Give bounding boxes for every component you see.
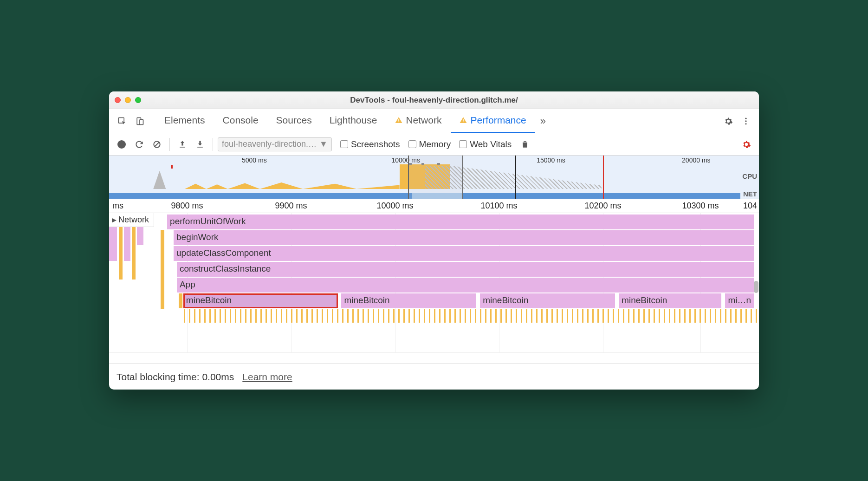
trash-icon[interactable] xyxy=(517,136,533,153)
tick-strip xyxy=(184,309,759,323)
download-profile-icon[interactable] xyxy=(192,136,208,153)
flame-bar-minebitcoin-highlighted[interactable]: mineBitcoin xyxy=(183,293,338,308)
flame-label: App xyxy=(180,280,195,289)
checkbox-label-text: Memory xyxy=(419,139,451,150)
checkbox-icon xyxy=(459,140,467,148)
flame-label: mineBitcoin xyxy=(344,295,389,305)
select-value: foul-heavenly-direction.… xyxy=(222,139,317,149)
ruler-tick: ms xyxy=(112,201,123,211)
tab-performance[interactable]: Performance xyxy=(451,109,534,133)
network-section-header[interactable]: ▶ Network xyxy=(109,213,154,227)
flame-label: mi…n xyxy=(728,295,751,305)
web-vitals-checkbox[interactable]: Web Vitals xyxy=(459,139,512,150)
warning-icon xyxy=(459,116,467,124)
flame-bar-minebitcoin[interactable]: mineBitcoin xyxy=(619,293,722,308)
tab-label: Console xyxy=(223,115,259,126)
flame-label: mineBitcoin xyxy=(186,295,232,305)
memory-checkbox[interactable]: Memory xyxy=(408,139,451,150)
device-toolbar-icon[interactable] xyxy=(131,113,148,130)
flame-bar-constructclassinstance[interactable]: constructClassInstance xyxy=(177,262,754,277)
more-tabs-chevron-icon[interactable]: » xyxy=(536,115,551,127)
flame-label: performUnitOfWork xyxy=(170,216,246,226)
flame-label: mineBitcoin xyxy=(622,295,667,305)
footer-bar: Total blocking time: 0.00ms Learn more xyxy=(109,364,759,390)
flame-bar-app[interactable]: App xyxy=(177,278,754,292)
kebab-menu-icon[interactable] xyxy=(738,113,754,130)
net-label: NET xyxy=(743,190,757,198)
settings-gear-icon[interactable] xyxy=(720,113,737,130)
ruler-tick: 9900 ms xyxy=(275,201,307,211)
ruler-tick: 10200 ms xyxy=(584,201,621,211)
spacer-row xyxy=(109,352,759,364)
tab-label: Sources xyxy=(276,115,312,126)
marker-line xyxy=(603,156,604,199)
record-button[interactable] xyxy=(114,136,130,153)
marker-line xyxy=(171,165,173,169)
ruler-tick: 10300 ms xyxy=(682,201,719,211)
warning-icon xyxy=(395,116,403,124)
separator xyxy=(213,138,213,151)
clear-button[interactable] xyxy=(149,136,165,153)
flame-rows: performUnitOfWork beginWork updateClassC… xyxy=(109,214,754,309)
inspect-element-icon[interactable] xyxy=(114,113,130,130)
tab-network[interactable]: Network xyxy=(386,109,450,133)
svg-rect-3 xyxy=(399,119,400,121)
blocking-time-text: Total blocking time: 0.00ms xyxy=(117,371,234,383)
svg-point-8 xyxy=(745,120,746,122)
svg-rect-4 xyxy=(399,122,400,123)
dropdown-chevron-icon: ▼ xyxy=(319,139,328,149)
flame-label: constructClassInstance xyxy=(180,264,271,273)
flame-label: beginWork xyxy=(176,232,218,242)
reload-button[interactable] xyxy=(131,136,147,153)
svg-rect-12 xyxy=(180,147,185,148)
learn-more-link[interactable]: Learn more xyxy=(242,371,292,383)
checkbox-icon xyxy=(408,140,416,148)
tab-label: Lighthouse xyxy=(330,115,377,126)
upload-profile-icon[interactable] xyxy=(175,136,190,153)
disclosure-triangle-icon: ▶ xyxy=(112,216,117,223)
separator xyxy=(152,115,152,128)
main-tabbar: Elements Console Sources Lighthouse Netw… xyxy=(109,109,759,133)
flame-label: updateClassComponent xyxy=(176,248,271,258)
tab-lighthouse[interactable]: Lighthouse xyxy=(321,109,386,133)
checkbox-label-text: Web Vitals xyxy=(470,139,512,150)
cpu-label: CPU xyxy=(742,172,757,180)
flame-bar-beginwork[interactable]: beginWork xyxy=(174,230,754,245)
titlebar: DevTools - foul-heavenly-direction.glitc… xyxy=(109,91,759,109)
svg-rect-2 xyxy=(140,119,143,124)
devtools-window: DevTools - foul-heavenly-direction.glitc… xyxy=(109,91,759,390)
tab-elements[interactable]: Elements xyxy=(156,109,214,133)
tab-label: Elements xyxy=(164,115,205,126)
ruler-tick: 10100 ms xyxy=(480,201,517,211)
tab-label: Performance xyxy=(470,115,526,126)
flame-chart[interactable]: ▶ Network performUnitOfWork beginWork up… xyxy=(109,213,759,352)
section-label: Network xyxy=(118,215,149,225)
checkbox-icon xyxy=(340,140,348,148)
svg-rect-5 xyxy=(463,119,464,121)
performance-toolbar: foul-heavenly-direction.… ▼ Screenshots … xyxy=(109,133,759,156)
tab-label: Network xyxy=(406,115,441,126)
capture-settings-gear-icon[interactable] xyxy=(738,136,754,153)
svg-rect-13 xyxy=(197,147,203,148)
flame-label: mineBitcoin xyxy=(483,295,528,305)
svg-rect-6 xyxy=(463,122,464,123)
scrollbar-thumb[interactable] xyxy=(754,281,758,293)
marker-line xyxy=(515,156,516,199)
flame-bar-minebitcoin-truncated[interactable]: mi…n xyxy=(725,293,754,308)
tab-sources[interactable]: Sources xyxy=(268,109,320,133)
ruler-tick: 10000 ms xyxy=(376,201,413,211)
overview-selection[interactable] xyxy=(408,156,463,199)
timeline-ruler[interactable]: ms 9800 ms 9900 ms 10000 ms 10100 ms 102… xyxy=(109,199,759,213)
profile-select[interactable]: foul-heavenly-direction.… ▼ xyxy=(218,137,332,151)
svg-point-9 xyxy=(745,123,746,124)
flame-bar-performunitofwork[interactable]: performUnitOfWork xyxy=(167,214,754,229)
tab-console[interactable]: Console xyxy=(214,109,267,133)
flame-bar-minebitcoin[interactable]: mineBitcoin xyxy=(341,293,477,308)
flame-bar-minebitcoin[interactable]: mineBitcoin xyxy=(480,293,615,308)
screenshots-checkbox[interactable]: Screenshots xyxy=(340,139,400,150)
flame-bar-updateclasscomponent[interactable]: updateClassComponent xyxy=(174,246,754,261)
ruler-tick: 9800 ms xyxy=(171,201,203,211)
svg-line-11 xyxy=(155,142,159,147)
timeline-overview[interactable]: 5000 ms 10000 ms 15000 ms 20000 ms CPU N… xyxy=(109,156,759,199)
flame-bar[interactable] xyxy=(179,293,182,308)
